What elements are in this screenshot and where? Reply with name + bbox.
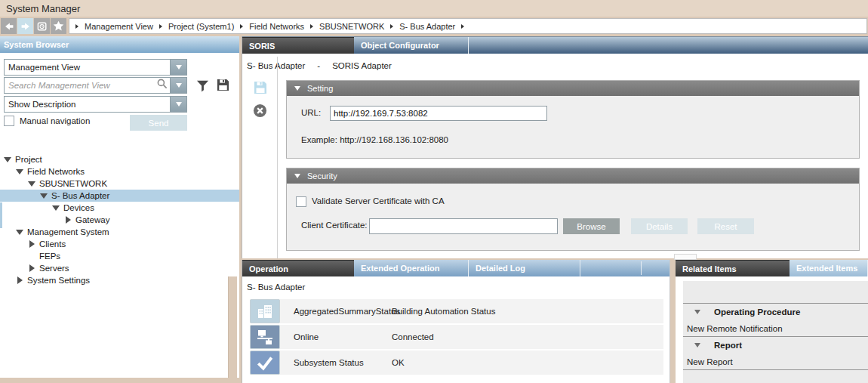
manual-navigation-label: Manual navigation: [20, 116, 90, 125]
search-input[interactable]: [5, 81, 155, 90]
operation-tab-bar: OperationExtended OperationDetailed Log: [242, 260, 669, 276]
reset-button[interactable]: Reset: [697, 218, 754, 234]
breadcrumb-arrow-icon: [390, 24, 393, 29]
operation-tab-operation[interactable]: Operation: [242, 260, 354, 276]
url-label: URL:: [301, 108, 321, 117]
forward-button[interactable]: [17, 18, 33, 34]
related-section-operating-procedure[interactable]: Operating Procedure: [683, 304, 868, 320]
back-button[interactable]: [1, 18, 17, 34]
tree-item-label: System Settings: [27, 276, 90, 285]
network-icon: [250, 325, 280, 349]
tree-item-project[interactable]: Project: [0, 153, 239, 165]
expander-down-icon[interactable]: [15, 169, 24, 175]
breadcrumb-arrow-icon: [461, 24, 464, 29]
setting-section-header[interactable]: Setting: [287, 81, 859, 96]
property-value: Building Automation Status: [392, 307, 495, 316]
operation-row-aggregatedsummarystatus[interactable]: AggregatedSummaryStatusBuilding Automati…: [250, 299, 663, 323]
related-section-title: Operating Procedure: [714, 307, 800, 317]
breadcrumb-item-project-system1[interactable]: Project (System1): [168, 22, 234, 31]
chevron-down-icon: [694, 343, 700, 347]
breadcrumb-arrow-icon: [310, 24, 313, 29]
forward-arrow-icon: [19, 20, 32, 33]
primary-tab-soris[interactable]: SORIS: [242, 37, 354, 54]
tree-scrollbar[interactable]: [228, 276, 237, 378]
breadcrumb-item-sbusnetwork[interactable]: SBUSNETWORK: [319, 22, 384, 31]
tree-item-label: Project: [15, 155, 42, 164]
expander-down-icon[interactable]: [3, 157, 12, 162]
client-certificate-input[interactable]: [369, 218, 558, 234]
primary-pane: SORISObject Configurator S- Bus Adapter …: [242, 36, 868, 258]
expander-right-icon[interactable]: [27, 264, 36, 272]
setting-section: Setting URL: Example: http://192.168.136…: [286, 80, 860, 159]
view-dropdown[interactable]: Management View: [4, 59, 187, 76]
tree-item-servers[interactable]: Servers: [0, 262, 239, 274]
security-section: Security Validate Server Certificate wit…: [286, 168, 860, 251]
tree-item-s-bus-adapter[interactable]: S- Bus Adapter: [0, 190, 239, 202]
tree-item-field-networks[interactable]: Field Networks: [0, 165, 239, 178]
property-name: Subsystem Status: [294, 358, 389, 367]
expander-right-icon[interactable]: [15, 276, 24, 284]
breadcrumb-item-s-bus-adapter[interactable]: S- Bus Adapter: [399, 22, 455, 31]
expander-right-icon[interactable]: [63, 216, 72, 224]
tree-item-system-settings[interactable]: System Settings: [0, 274, 239, 286]
validate-ca-label: Validate Server Certificate with CA: [312, 196, 445, 205]
primary-tab-object-configurator[interactable]: Object Configurator: [354, 37, 469, 54]
tree-item-devices[interactable]: Devices: [0, 202, 239, 214]
operation-tab-detailed-log[interactable]: Detailed Log: [469, 260, 580, 276]
tree-item-clients[interactable]: Clients: [0, 238, 239, 250]
breadcrumb-item-management-view[interactable]: Management View: [85, 22, 153, 31]
operation-tab-extended-operation[interactable]: Extended Operation: [354, 260, 469, 276]
related-section-title: Report: [714, 341, 742, 350]
validate-ca-checkbox[interactable]: [296, 196, 306, 207]
related-item-new-remote-notification[interactable]: New Remote Notification: [683, 320, 868, 336]
expander-down-icon[interactable]: [15, 230, 24, 235]
details-button[interactable]: Details: [631, 218, 688, 234]
operation-row-subsystem-status[interactable]: Subsystem StatusOK: [250, 351, 663, 375]
tree-item-label: FEPs: [39, 252, 60, 261]
save-search-button[interactable]: [216, 78, 230, 92]
expander-down-icon[interactable]: [51, 205, 60, 211]
expander-right-icon[interactable]: [27, 240, 36, 248]
breadcrumb-item-field-networks[interactable]: Field Networks: [249, 22, 304, 31]
tree-item-management-system[interactable]: Management System: [0, 226, 239, 238]
operation-row-online[interactable]: OnlineConnected: [250, 325, 663, 349]
favorites-button[interactable]: [51, 18, 66, 34]
related-section-report[interactable]: Report: [683, 337, 868, 354]
tree-item-label: S- Bus Adapter: [51, 191, 109, 200]
tree-item-feps[interactable]: FEPs: [0, 250, 239, 262]
breadcrumb-arrow-icon: [159, 24, 162, 29]
manual-navigation-checkbox[interactable]: [4, 116, 14, 126]
star-icon: [52, 20, 65, 32]
search-icon: [155, 78, 170, 93]
related-items-list: Operating ProcedureNew Remote Notificati…: [683, 281, 868, 383]
filter-button[interactable]: [195, 79, 210, 93]
system-browser-panel: System Browser Management View Show Desc…: [0, 36, 239, 378]
tree-item-label: Devices: [63, 203, 94, 212]
editor-toolbar: [242, 57, 278, 258]
description-dropdown-button[interactable]: [170, 97, 186, 112]
tree-item-sbusnetwork[interactable]: SBUSNETWORK: [0, 178, 239, 190]
related-item-new-report[interactable]: New Report: [683, 354, 868, 369]
tree-item-label: Field Networks: [27, 167, 85, 176]
history-button[interactable]: [34, 18, 50, 34]
view-dropdown-button[interactable]: [170, 60, 186, 75]
related-tab-bar: Related ItemsExtended Items: [676, 260, 868, 276]
history-icon: [36, 20, 48, 32]
url-input[interactable]: [330, 106, 547, 121]
expander-down-icon[interactable]: [39, 193, 48, 199]
send-button[interactable]: Send: [130, 115, 187, 131]
browse-button[interactable]: Browse: [563, 218, 620, 234]
related-items-panel: Related ItemsExtended Items Operating Pr…: [676, 260, 868, 383]
discard-button[interactable]: [253, 103, 267, 121]
expander-down-icon[interactable]: [27, 181, 36, 187]
tree-item-gateway[interactable]: Gateway: [0, 214, 239, 226]
save-button[interactable]: [253, 80, 268, 98]
search-dropdown-button[interactable]: [170, 78, 186, 93]
related-tab-related-items[interactable]: Related Items: [676, 260, 790, 276]
related-panel-notch: [674, 254, 697, 260]
floppy-icon: [253, 80, 268, 95]
divider: [683, 369, 868, 370]
related-tab-extended-items[interactable]: Extended Items: [790, 260, 868, 276]
security-section-header[interactable]: Security: [287, 168, 859, 184]
description-dropdown[interactable]: Show Description: [4, 96, 187, 113]
